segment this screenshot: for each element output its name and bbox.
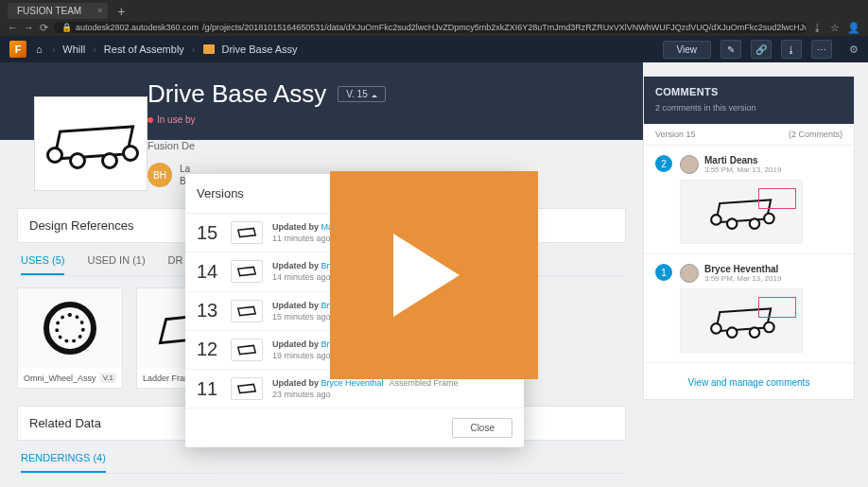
comment-item[interactable]: 2 Marti Deans 3:55 PM, Mar 13, 2019 xyxy=(644,146,854,254)
description: Fusion De xyxy=(148,140,626,151)
tab-uses[interactable]: USES (5) xyxy=(21,254,64,275)
commenter-name: Bryce Heventhal xyxy=(704,264,781,274)
tab-renderings[interactable]: RENDERINGS (4) xyxy=(21,452,106,473)
version-number: 14 xyxy=(197,261,221,283)
forward-button[interactable]: → xyxy=(24,22,34,33)
edit-icon[interactable]: ✎ xyxy=(720,40,741,59)
version-number: 12 xyxy=(197,339,221,360)
comment-image xyxy=(680,288,803,353)
close-popup-button[interactable]: Close xyxy=(452,418,512,438)
author-avatar: BH xyxy=(148,163,172,187)
folder-icon xyxy=(203,44,215,54)
comments-sub: 2 comments in this version xyxy=(655,103,756,113)
url-host: autodesk2802.autodesk360.com xyxy=(76,23,199,32)
browser-tab[interactable]: FUSION TEAM × xyxy=(8,3,108,19)
download-icon[interactable]: ⭳ xyxy=(812,22,823,34)
address-bar[interactable]: 🔒 autodesk2802.autodesk360.com /g/projec… xyxy=(54,22,807,33)
commenter-avatar xyxy=(680,155,699,174)
comments-count-label: (2 Comments) xyxy=(789,130,842,139)
version-number: 15 xyxy=(197,222,221,244)
version-thumb xyxy=(231,260,263,283)
fusion-logo[interactable]: F xyxy=(9,41,26,58)
view-comments-link[interactable]: View and manage comments xyxy=(688,377,810,388)
more-icon[interactable]: ⋯ xyxy=(811,40,832,59)
share-icon[interactable]: 🔗 xyxy=(751,40,772,59)
version-number: 11 xyxy=(197,378,221,400)
breadcrumb: ›Whill ›Rest of Assembly › Drive Base As… xyxy=(52,43,298,55)
browser-chrome: FUSION TEAM × + ← → ⟳ 🔒 autodesk2802.aut… xyxy=(0,0,868,36)
in-use-badge: In use by xyxy=(148,114,626,125)
tab-drawings[interactable]: DR xyxy=(168,254,183,275)
new-tab-button[interactable]: + xyxy=(113,4,129,19)
profile-icon[interactable]: 👤 xyxy=(847,22,860,34)
version-thumb xyxy=(231,339,263,361)
version-thumb xyxy=(231,300,263,322)
ref-card[interactable]: Omni_Wheel_AssyV.1 xyxy=(17,287,123,389)
comments-panel: COMMENTS 2 comments in this version Vers… xyxy=(643,76,855,400)
tab-used-in[interactable]: USED IN (1) xyxy=(87,254,145,275)
commenter-avatar xyxy=(680,264,699,283)
card-version: V.1 xyxy=(100,373,116,383)
app-header: F ⌂ ›Whill ›Rest of Assembly › Drive Bas… xyxy=(0,36,868,62)
comment-date: 3:55 PM, Mar 13, 2019 xyxy=(704,165,781,174)
play-overlay-icon[interactable] xyxy=(330,171,538,379)
url-path: /g/projects/20181015164650531/data/dXJuO… xyxy=(202,23,807,32)
view-button[interactable]: View xyxy=(663,41,712,59)
version-thumb xyxy=(231,221,263,244)
omni-wheel-icon xyxy=(43,302,96,355)
crumb-2[interactable]: Rest of Assembly xyxy=(104,43,184,55)
item-thumbnail xyxy=(34,96,148,191)
card-label: Omni_Wheel_Assy xyxy=(24,374,96,383)
download-icon[interactable]: ⭳ xyxy=(781,40,802,59)
popup-title: Versions xyxy=(197,186,244,200)
lock-icon: 🔒 xyxy=(61,23,72,32)
back-button[interactable]: ← xyxy=(8,22,18,33)
comments-heading: COMMENTS xyxy=(655,86,842,97)
tab-title: FUSION TEAM xyxy=(17,6,81,16)
crumb-3[interactable]: Drive Base Assy xyxy=(222,43,298,55)
home-icon[interactable]: ⌂ xyxy=(36,43,43,55)
comment-item[interactable]: 1 Bryce Heventhal 3:59 PM, Mar 13, 2019 xyxy=(644,254,854,363)
main-content: Drive Base Assy V. 15 In use by Fusion D… xyxy=(0,62,868,487)
settings-icon[interactable]: ⚙ xyxy=(849,43,859,56)
crumb-1[interactable]: Whill xyxy=(62,43,85,55)
comments-version-label: Version 15 xyxy=(655,130,696,139)
version-dropdown[interactable]: V. 15 xyxy=(338,86,385,102)
commenter-name: Marti Deans xyxy=(704,155,781,165)
version-number: 13 xyxy=(197,300,221,322)
comment-badge: 2 xyxy=(655,155,672,172)
close-tab-icon[interactable]: × xyxy=(97,6,102,15)
markup-box xyxy=(758,297,796,318)
comment-badge: 1 xyxy=(655,264,672,281)
comment-date: 3:59 PM, Mar 13, 2019 xyxy=(704,274,781,283)
page-title: Drive Base Assy xyxy=(148,79,326,109)
star-icon[interactable]: ☆ xyxy=(830,22,840,34)
comment-image xyxy=(680,180,803,244)
version-info: Updated by Bryce HeventhalAssembled Fram… xyxy=(272,377,512,400)
markup-box xyxy=(758,188,796,209)
version-thumb xyxy=(231,377,263,400)
reload-button[interactable]: ⟳ xyxy=(40,22,48,34)
